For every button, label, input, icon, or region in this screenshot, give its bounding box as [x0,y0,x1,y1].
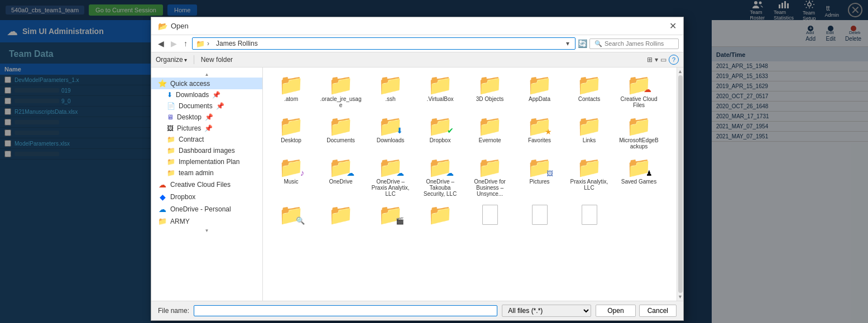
organize-label: Organize [156,56,183,64]
list-item[interactable]: 📁 Links [565,113,613,152]
view-pane-button[interactable]: ▭ [660,56,666,64]
list-item[interactable]: 📁 OneDrive for Business – Unsynce... [466,155,514,200]
list-item[interactable]: 📁 🔍 [267,202,315,229]
file-label: Saved Games [621,179,656,185]
list-item[interactable]: 📁 ☁ OneDrive – Takouba Security, LLC [416,155,464,200]
address-dropdown-button[interactable]: ▾ [564,38,572,49]
sidebar-item-contract[interactable]: 📁 Contract [151,134,262,145]
scrollbar[interactable]: ▲ ▼ [677,68,683,301]
file-label: Dropbox [430,137,451,143]
sidebar-item-documents[interactable]: 📄 Documents 📌 [151,100,262,112]
list-item[interactable]: 📁 ⬇ Downloads [367,113,414,152]
sidebar-item-implementation-plan[interactable]: 📁 Implementation Plan [151,156,262,167]
list-item[interactable]: 📁 ★ Favorites [516,113,563,152]
nav-scroll-down: ▼ [151,227,262,234]
new-folder-button[interactable]: New folder [201,56,233,64]
sidebar-item-pictures[interactable]: 🖼 Pictures 📌 [151,123,262,134]
search-input[interactable] [605,40,674,47]
list-item[interactable] [516,202,563,229]
list-item[interactable]: 📁 [317,202,365,229]
list-item[interactable]: 📁 Desktop [267,113,315,152]
view-grid-button[interactable]: ⊞ [647,56,653,64]
list-item[interactable]: 📁 3D Objects [466,72,514,111]
help-button[interactable]: ? [669,55,679,65]
open-dialog: 📂 Open ✕ ◀ ▶ ↑ 📁 › ▾ 🔄 🔍 Organize ▾ New … [151,17,684,321]
list-item[interactable] [565,202,613,229]
open-button[interactable]: Open [596,305,635,317]
list-item[interactable]: 📁 ☁ OneDrive – Praxis Analytix, LLC [367,155,414,200]
forward-button[interactable]: ▶ [169,38,179,49]
list-item[interactable]: 📁 Documents [317,113,365,152]
list-item[interactable]: 📁 AppData [516,72,563,111]
file-label: 3D Objects [476,96,503,102]
file-type-select[interactable]: All files (*.*) [502,305,591,317]
list-item[interactable]: 📁 Evernote [466,113,514,152]
file-label: MicrosoftEdgeBackups [618,137,660,150]
folder-icon: 📁 [328,205,353,225]
list-item[interactable]: 📁 .ssh [367,72,414,111]
pin-icon: 📌 [204,124,213,132]
implementation-plan-icon: 📁 [167,158,175,166]
file-label: .VirtualBox [426,96,453,102]
file-label: .ssh [385,96,395,102]
cancel-button[interactable]: Cancel [639,305,677,317]
toolbar-right: ⊞ ▾ ▭ ? [647,55,679,65]
list-item[interactable]: 📁 .VirtualBox [416,72,464,111]
folder-icon: 📁 [279,116,304,136]
toolbar-separator [194,55,194,64]
sidebar-item-dashboard-images[interactable]: 📁 Dashboard images [151,145,262,156]
file-label: OneDrive – Praxis Analytix, LLC [370,179,411,197]
sidebar-item-creative-cloud-files[interactable]: ☁ Creative Cloud Files [151,179,262,191]
folder-icon: 📁 [328,116,353,136]
army-icon: 📁 [158,217,167,225]
list-item[interactable]: 📁 [416,202,464,229]
dialog-close-button[interactable]: ✕ [669,21,677,31]
sidebar-item-team-admin[interactable]: 📁 team admin [151,167,262,179]
organize-button[interactable]: Organize ▾ [156,56,187,64]
list-item[interactable]: 📁 Contacts [565,72,613,111]
search-folder-icon: 📁 🔍 [280,205,303,225]
list-item[interactable]: 📁 ♟ Saved Games [615,155,663,200]
list-item[interactable]: 📁 ✔ Dropbox [416,113,464,152]
folder-icon: 📁 [428,75,453,95]
file-label: .oracle_jre_usage [320,96,362,108]
onedrive-folder-icon: 📁 ☁ [330,157,352,177]
up-button[interactable]: ↑ [181,38,190,49]
sidebar-item-dropbox[interactable]: ◆ Dropbox [151,191,262,203]
list-item[interactable]: 📁 MicrosoftEdgeBackups [615,113,663,152]
sidebar-item-army[interactable]: 📁 ARMY [151,215,262,227]
refresh-button[interactable]: 🔄 [578,39,587,48]
list-item[interactable]: 📁 .atom [267,72,315,111]
list-item[interactable]: 📁 Praxis Analytix, LLC [565,155,613,200]
folder-icon: 📁 [577,157,602,177]
contract-label: Contract [179,136,204,143]
dialog-icon: 📂 [158,22,167,31]
list-item[interactable]: 📁 .oracle_jre_usage [317,72,365,111]
dialog-title-bar: 📂 Open ✕ [151,17,683,35]
documents-icon: 📄 [167,102,175,110]
creative-cloud-icon: ☁ [158,180,167,189]
dashboard-images-icon: 📁 [167,147,175,155]
list-item[interactable]: 📁 🖼 Pictures [516,155,563,200]
sidebar-item-onedrive-personal[interactable]: ☁ OneDrive - Personal [151,203,262,215]
file-label: Downloads [377,137,404,143]
dropbox-folder-icon: 📁 ✔ [429,116,452,136]
file-label: AppData [529,96,550,102]
list-item[interactable]: 📁 🎬 [367,202,414,229]
sidebar-item-downloads[interactable]: ⬇ Downloads 📌 [151,89,262,100]
sidebar-item-quick-access[interactable]: ⭐ Quick access [151,78,262,89]
nav-scroll-up: ▲ [151,71,262,78]
folder-icon: 📁 [328,75,353,95]
dialog-action-buttons: Open Cancel [596,305,677,317]
list-item[interactable] [466,202,514,229]
list-item[interactable]: 📁 ☁ Creative Cloud Files [615,72,663,111]
folder-icon: 📁 [477,75,502,95]
address-input[interactable] [212,38,562,49]
list-item[interactable]: 📁 ☁ OneDrive [317,155,365,200]
folder-icon: 📁 [626,116,651,136]
list-item[interactable]: 📁 ♪ Music [267,155,315,200]
back-button[interactable]: ◀ [156,38,166,49]
file-name-input[interactable] [194,305,497,316]
view-dropdown-button[interactable]: ▾ [655,56,658,64]
sidebar-item-desktop[interactable]: 🖥 Desktop 📌 [151,112,262,123]
